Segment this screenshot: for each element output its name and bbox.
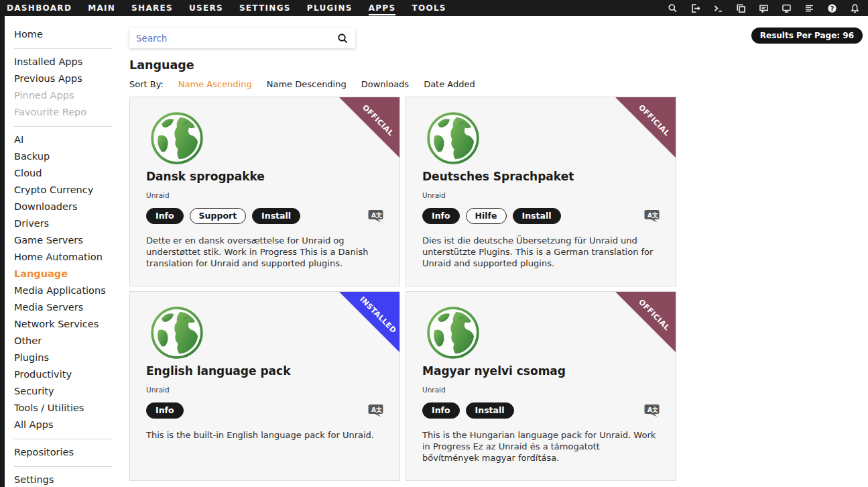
terminal-icon[interactable] [713, 3, 723, 13]
left-edge-strip [0, 16, 5, 487]
sidebar-item-other[interactable]: Other [14, 333, 122, 349]
sort-by-label: Sort By: [129, 79, 164, 89]
sidebar-item-home[interactable]: Home [14, 26, 122, 43]
sidebar-divider [14, 439, 112, 439]
sidebar: Home Installed Apps Previous Apps Pinned… [5, 16, 122, 487]
sidebar-item-repositories[interactable]: Repositories [14, 444, 122, 461]
sidebar-item-media-applications[interactable]: Media Applications [14, 282, 122, 299]
sort-option-date-added[interactable]: Date Added [424, 79, 475, 89]
support-button[interactable]: Hilfe [466, 208, 507, 224]
translate-icon[interactable] [644, 404, 660, 418]
sort-option-downloads[interactable]: Downloads [361, 79, 409, 89]
nav-item-tools[interactable]: TOOLS [412, 0, 446, 16]
nav-icon-bar: ? [668, 3, 868, 13]
app-author: Unraid [422, 191, 660, 199]
sidebar-item-home-automation[interactable]: Home Automation [14, 249, 122, 266]
sidebar-item-game-servers[interactable]: Game Servers [14, 232, 122, 249]
top-navigation: DASHBOARD MAIN SHARES USERS SETTINGS PLU… [0, 0, 868, 16]
info-button[interactable]: Info [146, 402, 184, 419]
sidebar-item-downloaders[interactable]: Downloaders [14, 199, 122, 215]
app-actions: Info Hilfe Install [422, 208, 660, 224]
install-button[interactable]: Install [513, 208, 561, 224]
app-card-deutsches-sprachpaket: OFFICIAL Deutsches Sprachpaket Unraid In… [406, 97, 676, 286]
nav-menu: DASHBOARD MAIN SHARES USERS SETTINGS PLU… [0, 0, 446, 16]
info-button[interactable]: Info [146, 208, 184, 224]
monitor-icon[interactable] [782, 3, 792, 13]
installed-ribbon: INSTALLED [339, 292, 399, 352]
support-button[interactable]: Support [190, 208, 247, 224]
info-button[interactable]: Info [422, 402, 460, 419]
sort-row: Sort By: Name Ascending Name Descending … [129, 79, 686, 89]
sidebar-item-favourite-repo: Favourite Repo [14, 104, 122, 121]
app-actions: Info [146, 402, 383, 419]
sidebar-item-drivers[interactable]: Drivers [14, 215, 122, 232]
nav-item-users[interactable]: USERS [189, 0, 223, 16]
search-bar [129, 28, 355, 48]
info-button[interactable]: Info [422, 208, 460, 224]
official-ribbon: OFFICIAL [339, 97, 399, 158]
sidebar-item-crypto-currency[interactable]: Crypto Currency [14, 182, 122, 199]
nav-item-shares[interactable]: SHARES [131, 0, 173, 16]
sidebar-item-previous-apps[interactable]: Previous Apps [14, 70, 122, 87]
install-button[interactable]: Install [466, 402, 514, 419]
app-description: Dies ist die deutsche Übersetzung für Un… [422, 235, 660, 269]
sidebar-item-backup[interactable]: Backup [14, 148, 122, 165]
sidebar-item-tools-utilities[interactable]: Tools / Utilities [14, 400, 122, 417]
app-author: Unraid [146, 191, 383, 199]
app-description: Dette er en dansk oversættelse for Unrai… [146, 235, 383, 269]
official-ribbon: OFFICIAL [615, 97, 676, 158]
app-card-magyar-nyelvi-csomag: OFFICIAL Magyar nyelvi csomag Unraid Inf… [406, 291, 676, 481]
sidebar-item-language[interactable]: Language [14, 266, 122, 282]
search-input[interactable] [136, 33, 337, 44]
sidebar-item-security[interactable]: Security [14, 383, 122, 400]
nav-item-dashboard[interactable]: DASHBOARD [7, 0, 72, 16]
app-actions: Info Install [422, 402, 660, 419]
search-icon[interactable] [668, 3, 678, 13]
translate-icon[interactable] [368, 209, 383, 223]
notifications-icon[interactable] [850, 3, 860, 13]
svg-text:?: ? [830, 5, 834, 11]
copy-icon[interactable] [736, 3, 746, 13]
app-card-dansk-sprogpakke: OFFICIAL Dansk sprogpakke Unraid Info Su… [129, 97, 400, 286]
app-author: Unraid [422, 386, 660, 394]
sidebar-item-productivity[interactable]: Productivity [14, 366, 122, 383]
translate-icon[interactable] [644, 209, 660, 223]
search-submit-icon[interactable] [337, 33, 349, 44]
feedback-icon[interactable] [759, 3, 769, 13]
app-card-english-language-pack: INSTALLED English language pack Unraid I… [129, 291, 400, 481]
sidebar-item-media-servers[interactable]: Media Servers [14, 299, 122, 316]
globe-app-icon [426, 305, 481, 360]
nav-item-main[interactable]: MAIN [88, 0, 115, 16]
translate-icon[interactable] [368, 404, 383, 418]
results-per-page-badge[interactable]: Results Per Page: 96 [751, 28, 863, 44]
sidebar-item-all-apps[interactable]: All Apps [14, 417, 122, 433]
sort-option-name-descending[interactable]: Name Descending [267, 79, 347, 89]
app-title: Dansk sprogpakke [146, 170, 383, 183]
install-button[interactable]: Install [252, 208, 300, 224]
app-title: Deutsches Sprachpaket [422, 170, 660, 183]
sidebar-divider [14, 126, 112, 127]
sidebar-item-plugins[interactable]: Plugins [14, 349, 122, 366]
nav-item-apps[interactable]: APPS [369, 0, 396, 16]
sidebar-divider [14, 48, 112, 49]
sidebar-item-cloud[interactable]: Cloud [14, 165, 122, 182]
app-title: Magyar nyelvi csomag [422, 364, 660, 378]
sidebar-item-ai[interactable]: AI [14, 131, 122, 148]
app-author: Unraid [146, 386, 383, 394]
globe-app-icon [149, 111, 204, 166]
app-card-grid: OFFICIAL Dansk sprogpakke Unraid Info Su… [129, 97, 686, 481]
sidebar-item-installed-apps[interactable]: Installed Apps [14, 54, 122, 70]
globe-app-icon [426, 111, 481, 166]
logout-icon[interactable] [690, 3, 700, 13]
help-icon[interactable]: ? [827, 3, 837, 13]
sidebar-item-pinned-apps: Pinned Apps [14, 87, 122, 104]
sort-option-name-ascending[interactable]: Name Ascending [178, 79, 252, 89]
sidebar-item-settings[interactable]: Settings [14, 472, 122, 487]
app-actions: Info Support Install [146, 208, 383, 224]
nav-item-settings[interactable]: SETTINGS [239, 0, 291, 16]
nav-item-plugins[interactable]: PLUGINS [307, 0, 353, 16]
main-content: Language Sort By: Name Ascending Name De… [129, 16, 686, 481]
sidebar-item-network-services[interactable]: Network Services [14, 316, 122, 333]
globe-app-icon [149, 305, 204, 360]
log-icon[interactable] [804, 3, 814, 13]
